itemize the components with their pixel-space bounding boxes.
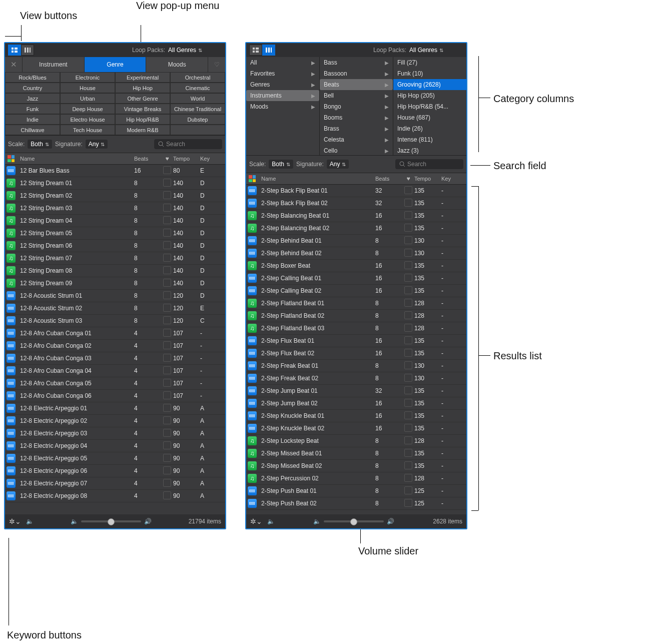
result-row[interactable]: ♫12 String Dream 088140D <box>5 265 225 277</box>
result-row[interactable]: ♫2-Step Missed Beat 028135- <box>246 460 466 472</box>
favorite-checkbox[interactable] <box>404 286 412 294</box>
gear-icon[interactable]: ✲⌄ <box>9 517 21 525</box>
favorite-checkbox[interactable] <box>404 211 412 219</box>
result-row[interactable]: ♫12 String Dream 038140D <box>5 202 225 215</box>
result-row[interactable]: 2-Step Knuckle Beat 0216135- <box>246 422 466 435</box>
favorite-checkbox[interactable] <box>404 274 412 282</box>
results-list[interactable]: 12 Bar Blues Bass1680E♫12 String Dream 0… <box>5 165 225 514</box>
result-row[interactable]: 2-Step Behind Beat 018130- <box>246 235 466 247</box>
result-row[interactable]: 12-8 Electric Arpeggio 04490A <box>5 440 225 452</box>
favorite-checkbox[interactable] <box>163 404 171 412</box>
favorite-checkbox[interactable] <box>163 366 171 374</box>
category-item[interactable]: All▶ <box>246 57 319 68</box>
keyword-button[interactable]: Experimental <box>115 72 170 83</box>
volume-slider[interactable]: 🔈 🔊 <box>280 518 428 525</box>
keyword-button[interactable]: Chinese Traditional <box>170 104 225 114</box>
tab-instrument[interactable]: Instrument <box>22 57 84 72</box>
favorite-checkbox[interactable] <box>404 499 412 507</box>
favorite-checkbox[interactable] <box>163 454 171 462</box>
volume-slider[interactable]: 🔈 🔊 <box>39 518 184 525</box>
favorite-checkbox[interactable] <box>404 224 412 232</box>
category-item[interactable]: Bongo▶ <box>320 101 393 112</box>
favorite-checkbox[interactable] <box>404 199 412 207</box>
favorite-checkbox[interactable] <box>163 341 171 349</box>
favorite-checkbox[interactable] <box>404 486 412 494</box>
favorite-checkbox[interactable] <box>404 361 412 369</box>
result-row[interactable]: 12-8 Afro Cuban Conga 024107- <box>5 340 225 352</box>
result-row[interactable]: 2-Step Jump Beat 0132135- <box>246 385 466 397</box>
category-item[interactable]: Grooving (2628) <box>393 79 466 90</box>
favorite-checkbox[interactable] <box>404 436 412 444</box>
result-row[interactable]: ♫2-Step Percussion 028128- <box>246 472 466 485</box>
tab-moods[interactable]: Moods <box>146 57 208 72</box>
result-row[interactable]: 2-Step Flux Beat 0116135- <box>246 335 466 347</box>
keyword-button[interactable]: Other Genre <box>115 93 170 104</box>
result-row[interactable]: ♫12 String Dream 078140D <box>5 252 225 265</box>
category-item[interactable]: Beats▶ <box>320 79 393 90</box>
result-row[interactable]: 2-Step Flux Beat 0216135- <box>246 347 466 360</box>
keyword-button[interactable]: Urban <box>60 93 115 104</box>
result-row[interactable]: 12-8 Afro Cuban Conga 044107- <box>5 365 225 377</box>
speaker-mute-icon[interactable]: 🔈 <box>267 518 275 525</box>
col-tempo[interactable]: Tempo <box>414 176 441 182</box>
category-item[interactable]: Bassoon▶ <box>320 68 393 79</box>
category-item[interactable]: Genres▶ <box>246 79 319 90</box>
category-item[interactable]: House (687) <box>393 112 466 123</box>
keyword-button[interactable]: House <box>60 83 115 93</box>
favorite-checkbox[interactable] <box>404 186 412 194</box>
result-row[interactable]: ♫2-Step Lockstep Beat8128- <box>246 435 466 447</box>
col-name[interactable]: Name <box>258 176 375 182</box>
keyword-button[interactable]: Dubstep <box>170 114 225 125</box>
keyword-button[interactable]: Hip Hop/R&B <box>115 114 170 125</box>
favorite-checkbox[interactable] <box>163 391 171 399</box>
keyword-button[interactable]: Orchestral <box>170 72 225 83</box>
gear-icon[interactable]: ✲⌄ <box>250 517 262 525</box>
favorite-checkbox[interactable] <box>163 166 171 174</box>
result-row[interactable]: 12-8 Afro Cuban Conga 064107- <box>5 390 225 402</box>
keyword-button[interactable]: Cinematic <box>170 83 225 93</box>
category-item[interactable]: Instruments▶ <box>246 90 319 101</box>
favorite-checkbox[interactable] <box>163 254 171 262</box>
category-item[interactable]: Favorites▶ <box>246 68 319 79</box>
favorite-checkbox[interactable] <box>404 449 412 457</box>
keyword-button[interactable]: Tech House <box>60 125 115 135</box>
signature-select[interactable]: Any⇅ <box>86 140 108 149</box>
favorite-checkbox[interactable] <box>163 291 171 299</box>
keyword-button[interactable]: Hip Hop <box>115 83 170 93</box>
category-col-1[interactable]: All▶Favorites▶Genres▶Instruments▶Moods▶ <box>246 57 320 155</box>
favorite-checkbox[interactable] <box>404 324 412 332</box>
result-row[interactable]: 12-8 Acoustic Strum 028120E <box>5 302 225 315</box>
result-row[interactable]: 2-Step Back Flip Beat 0132135- <box>246 185 466 197</box>
search-input[interactable]: Search <box>154 139 222 149</box>
result-row[interactable]: 12-8 Electric Arpeggio 02490A <box>5 415 225 427</box>
favorite-checkbox[interactable] <box>163 229 171 237</box>
result-row[interactable]: 2-Step Back Flip Beat 0232135- <box>246 197 466 210</box>
result-row[interactable]: ♫12 String Dream 068140D <box>5 240 225 252</box>
loop-packs-popup[interactable]: All Genres ⇅ <box>168 47 202 54</box>
result-row[interactable]: 12-8 Electric Arpeggio 08490A <box>5 490 225 502</box>
result-row[interactable]: 2-Step Calling Beat 0216135- <box>246 285 466 297</box>
favorite-checkbox[interactable] <box>163 441 171 449</box>
favorite-checkbox[interactable] <box>163 241 171 249</box>
col-beats[interactable]: Beats <box>134 156 161 162</box>
result-row[interactable]: 12-8 Electric Arpeggio 06490A <box>5 465 225 477</box>
result-row[interactable]: 12-8 Acoustic Strum 018120D <box>5 290 225 302</box>
result-row[interactable]: 2-Step Behind Beat 028130- <box>246 247 466 260</box>
favorite-checkbox[interactable] <box>404 299 412 307</box>
keyword-button[interactable]: Deep House <box>60 104 115 114</box>
favorite-checkbox[interactable] <box>163 329 171 337</box>
col-beats[interactable]: Beats <box>375 176 402 182</box>
tab-genre[interactable]: Genre <box>84 57 146 72</box>
favorite-checkbox[interactable] <box>163 316 171 324</box>
result-row[interactable]: ♫2-Step Flatland Beat 018128- <box>246 297 466 310</box>
keyword-button[interactable]: Indie <box>5 114 60 125</box>
favorite-checkbox[interactable] <box>404 424 412 432</box>
favorite-checkbox[interactable] <box>163 191 171 199</box>
favorite-checkbox[interactable] <box>163 429 171 437</box>
result-row[interactable]: 2-Step Freak Beat 018130- <box>246 360 466 372</box>
result-row[interactable]: 12-8 Afro Cuban Conga 054107- <box>5 377 225 390</box>
header-type-icon[interactable] <box>5 155 17 162</box>
col-favorites[interactable]: ♥ <box>402 175 414 182</box>
result-row[interactable]: 12-8 Afro Cuban Conga 014107- <box>5 327 225 340</box>
favorite-checkbox[interactable] <box>404 261 412 269</box>
